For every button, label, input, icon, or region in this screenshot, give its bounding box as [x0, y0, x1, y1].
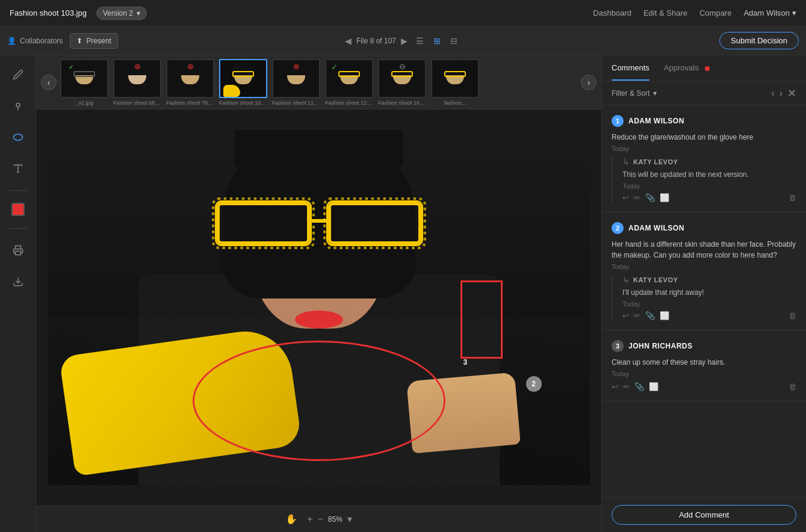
- pin-tool[interactable]: [8, 96, 28, 116]
- reply-thread-2: ↳ KATY LEVOY I'll update that right away…: [612, 275, 796, 320]
- download-icon[interactable]: [8, 272, 28, 291]
- file-info: File 8 of 107: [356, 37, 396, 45]
- reply-2-time: Today: [622, 300, 796, 308]
- nav-edit-share[interactable]: Edit & Share: [643, 8, 687, 17]
- zoom-out-icon[interactable]: −: [317, 514, 323, 525]
- file-title: Fashion shoot 103.jpg: [10, 8, 87, 17]
- comment-1-author: ADAM WILSON: [628, 117, 684, 125]
- reply-3-icon[interactable]: ↩: [612, 382, 618, 391]
- file-prev-arrow[interactable]: ◀: [345, 36, 352, 46]
- attach-icon[interactable]: 📎: [645, 193, 655, 202]
- ellipse-tool[interactable]: [8, 128, 28, 147]
- comment-3-header: 3 JOHN RICHARDS: [612, 340, 796, 352]
- svg-point-1: [13, 134, 22, 141]
- reply-2-actions: ↩ ✏ 📎 ⬜ 🗑: [622, 311, 796, 320]
- bottom-controls: ✋ + − 85% ▾: [36, 506, 601, 532]
- present-label: Present: [86, 37, 111, 45]
- attach-2-icon[interactable]: 📎: [645, 311, 655, 320]
- filter-sort-button[interactable]: Filter & Sort ▾: [612, 89, 657, 97]
- text-tool[interactable]: [8, 159, 28, 178]
- filmstrip-item-4[interactable]: ⊗ Fashion shoot 117.jpg: [272, 59, 320, 106]
- edit-icon[interactable]: ✏: [634, 193, 640, 202]
- nav-compare[interactable]: Compare: [699, 8, 731, 17]
- reply-1-time: Today: [622, 182, 796, 190]
- nav-dashboard[interactable]: Dashboard: [593, 8, 631, 17]
- filmstrip-item-2[interactable]: ⊗ Fashion shoot 78.jpg: [166, 59, 214, 106]
- reply-2-icon[interactable]: ↩: [622, 311, 629, 320]
- comment-1-text: Reduce the glare/washout on the glove he…: [612, 132, 796, 143]
- zoom-chevron[interactable]: ▾: [347, 513, 352, 525]
- emoji-3-icon[interactable]: ⬜: [649, 382, 659, 391]
- user-name-label: Adam Wilson: [743, 8, 790, 17]
- hand-tool-icon[interactable]: ✋: [285, 513, 297, 525]
- filmstrip-thumb-1: ⊗: [113, 59, 161, 98]
- user-menu[interactable]: Adam Wilson ▾: [743, 8, 796, 17]
- collaborators-button[interactable]: 👤 Collaborators: [7, 37, 63, 45]
- user-chevron: ▾: [792, 8, 796, 17]
- comment-thread-1: 1 ADAM WILSON Reduce the glare/washout o…: [602, 105, 806, 212]
- emoji-2-icon[interactable]: ⬜: [660, 311, 669, 320]
- pencil-tool[interactable]: [8, 65, 28, 84]
- delete-icon[interactable]: 🗑: [789, 193, 796, 202]
- filmstrip-label-3: Fashion shoot 103.jpg: [219, 100, 267, 106]
- filmstrip-label-1: Fashion shoot 68.jpg: [113, 100, 161, 106]
- upload-icon: ⬆: [76, 37, 82, 45]
- filmstrip-thumb-2: ⊗: [166, 59, 214, 98]
- reply-icon[interactable]: ↩: [622, 193, 629, 202]
- view-grid-icon[interactable]: ⊞: [430, 34, 444, 48]
- filmstrip-item-6[interactable]: ⊖ Fashion shoot 164.jpg: [378, 59, 426, 106]
- svg-rect-4: [15, 252, 20, 255]
- panel-next-button[interactable]: ›: [780, 87, 783, 100]
- version-badge[interactable]: Version 2 ▾: [96, 7, 147, 20]
- edit-3-icon[interactable]: ✏: [623, 382, 630, 391]
- comment-thread-2: 2 ADAM WILSON Her hand is a different sk…: [602, 212, 806, 330]
- comment-1-avatar: 1: [612, 115, 624, 127]
- filmstrip-item-0[interactable]: ✓ _v2.jpg: [60, 59, 108, 106]
- version-chevron: ▾: [137, 9, 140, 17]
- top-nav: Fashion shoot 103.jpg Version 2 ▾ Dashbo…: [0, 0, 806, 26]
- file-info-label: File 8 of 107: [356, 37, 396, 45]
- view-icons: ☰ ⊞ ⊟: [412, 34, 461, 48]
- submit-decision-button[interactable]: Submit Decision: [719, 32, 799, 49]
- reply-1-author: KATY LEVOY: [633, 158, 678, 165]
- edit-2-icon[interactable]: ✏: [634, 311, 640, 320]
- filmstrip-label-2: Fashion shoot 78.jpg: [166, 100, 214, 106]
- delete-3-icon[interactable]: 🗑: [789, 382, 796, 391]
- delete-2-icon[interactable]: 🗑: [789, 311, 796, 320]
- comment-3-author: JOHN RICHARDS: [628, 342, 693, 350]
- panel-close-button[interactable]: ✕: [787, 87, 796, 100]
- reply-2-text: I'll update that right away!: [622, 287, 796, 298]
- main-image: 3 1 2: [48, 130, 590, 485]
- filter-chevron-icon: ▾: [653, 89, 657, 97]
- right-panel: Comments Approvals Filter & Sort ▾ ‹ › ✕: [601, 55, 806, 532]
- main-area: ‹ ✓ _v2.jpg: [0, 55, 806, 532]
- view-grid2-icon[interactable]: ⊟: [447, 34, 461, 48]
- comment-3-text: Clean up some of these stray hairs.: [612, 357, 796, 368]
- collaborators-label: Collaborators: [20, 37, 63, 45]
- comment-2-time: Today: [612, 263, 796, 270]
- filmstrip-right-arrow[interactable]: ›: [581, 75, 597, 90]
- filmstrip-thumb-3: [219, 59, 267, 98]
- present-button[interactable]: ⬆ Present: [70, 33, 117, 49]
- file-next-arrow[interactable]: ▶: [401, 36, 408, 46]
- tab-approvals-container[interactable]: Approvals: [664, 56, 710, 81]
- zoom-in-icon[interactable]: +: [307, 514, 312, 525]
- panel-prev-button[interactable]: ‹: [771, 87, 774, 100]
- filmstrip-item-3[interactable]: Fashion shoot 103.jpg: [219, 59, 267, 106]
- top-nav-right: Dashboard Edit & Share Compare Adam Wils…: [593, 8, 796, 17]
- add-comment-button[interactable]: Add Comment: [612, 505, 796, 525]
- view-list-icon[interactable]: ☰: [412, 34, 427, 48]
- filmstrip-item-7[interactable]: fashion...: [431, 59, 479, 106]
- filmstrip-item-1[interactable]: ⊗ Fashion shoot 68.jpg: [113, 59, 161, 106]
- emoji-icon[interactable]: ⬜: [660, 193, 669, 202]
- comment-2-text: Her hand is a different skin shade than …: [612, 239, 796, 261]
- color-swatch[interactable]: [11, 203, 25, 216]
- filmstrip-left-arrow[interactable]: ‹: [41, 75, 57, 90]
- tool-divider: [9, 190, 27, 191]
- comment-3-time: Today: [612, 370, 796, 377]
- tab-comments[interactable]: Comments: [612, 56, 649, 81]
- filmstrip-item-5[interactable]: ✓ Fashion shoot 121.jpg: [325, 59, 373, 106]
- filter-sort-bar: Filter & Sort ▾ ‹ › ✕: [602, 82, 806, 105]
- print-icon[interactable]: [8, 241, 28, 260]
- attach-3-icon[interactable]: 📎: [634, 382, 644, 391]
